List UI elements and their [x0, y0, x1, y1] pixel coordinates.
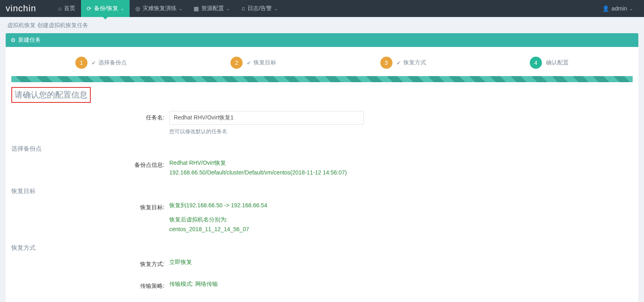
step-2-label: 恢复目标 — [254, 59, 276, 66]
step-3-number: 3 — [380, 57, 392, 69]
step-4[interactable]: 4 确认配置 — [530, 57, 569, 69]
check-icon: ✔ — [92, 60, 96, 66]
nav-log-alert[interactable]: ♫ 日志/告警 ⌄ — [235, 0, 283, 17]
point-line1: Redhat RHV/Ovirt恢复 — [169, 158, 633, 168]
confirm-heading: 请确认您的配置信息 — [11, 87, 91, 103]
jobname-hint: 您可以修改默认的任务名 — [169, 128, 633, 135]
chevron-down-icon: ⌄ — [179, 6, 182, 11]
confirm-section: 请确认您的配置信息 任务名: 您可以修改默认的任务名 选择备份点 备份点信息: … — [11, 82, 633, 295]
nav-dr-drill[interactable]: ◎ 灾难恢复演练 ⌄ — [130, 0, 188, 17]
chevron-down-icon: ⌄ — [274, 6, 277, 11]
user-menu[interactable]: 👤 admin ⌄ — [597, 0, 638, 17]
pointinfo-label: 备份点信息: — [11, 158, 169, 178]
nav-home-label: 首页 — [64, 5, 75, 12]
target-label: 恢复目标: — [11, 201, 169, 234]
panel-header: ⚙ 新建任务 — [6, 33, 638, 47]
grid-icon: ▦ — [194, 5, 199, 12]
step-1-label: 选择备份点 — [98, 59, 127, 66]
step-3-label: 恢复方式 — [403, 59, 426, 66]
target-line2: 恢复后虚拟机名分别为: — [169, 215, 633, 225]
wizard-progress-bar — [11, 76, 633, 82]
panel-title: 新建任务 — [18, 36, 41, 44]
gear-icon: ⚙ — [11, 37, 16, 43]
check-icon: ✔ — [247, 60, 251, 66]
chevron-down-icon: ⌄ — [121, 6, 124, 11]
nav-log-label: 日志/告警 — [247, 5, 272, 12]
target-line1: 恢复到192.168.66.50 -> 192.168.66.54 — [169, 201, 633, 211]
jobname-input[interactable] — [169, 111, 364, 125]
panel-body: 1 ✔ 选择备份点 2 ✔ 恢复目标 3 ✔ 恢复方式 4 确认配置 请确认您的… — [6, 47, 638, 302]
step-4-label: 确认配置 — [546, 59, 569, 66]
target-line3: centos_2018_11_12_14_56_07 — [169, 225, 633, 234]
nav-dr-label: 灾难恢复演练 — [143, 5, 177, 12]
transfer-value: 传输模式: 网络传输 — [169, 279, 633, 289]
nav-home[interactable]: ⌂ 首页 — [52, 0, 81, 17]
nav-res-label: 资源配置 — [201, 5, 224, 12]
user-icon: 👤 — [602, 5, 609, 12]
chevron-down-icon: ⌄ — [226, 6, 230, 11]
nav-backup-label: 备份/恢复 — [94, 5, 118, 12]
jobname-label: 任务名: — [11, 111, 169, 135]
main-nav: ⌂ 首页 ⟳ 备份/恢复 ⌄ ◎ 灾难恢复演练 ⌄ ▦ 资源配置 ⌄ ♫ 日志/… — [52, 0, 283, 17]
step-4-number: 4 — [530, 57, 542, 69]
top-navbar: vinchin ⌂ 首页 ⟳ 备份/恢复 ⌄ ◎ 灾难恢复演练 ⌄ ▦ 资源配置… — [0, 0, 644, 17]
nav-resource[interactable]: ▦ 资源配置 ⌄ — [188, 0, 235, 17]
step-2[interactable]: 2 ✔ 恢复目标 — [230, 57, 276, 69]
wizard-footer: ⊖ 上一步 提 交 ⊕ — [11, 295, 633, 302]
shield-icon: ◎ — [135, 5, 140, 12]
method-label: 恢复方式: — [11, 257, 169, 270]
refresh-icon: ⟳ — [87, 5, 92, 12]
breadcrumb: 虚拟机恢复 创建虚拟机恢复任务 — [0, 17, 644, 33]
user-name: admin — [612, 5, 627, 12]
section-backup-point: 选择备份点 — [11, 138, 633, 156]
nav-right: 👤 admin ⌄ — [597, 0, 638, 17]
nav-backup-restore[interactable]: ⟳ 备份/恢复 ⌄ — [81, 0, 130, 17]
method-value: 立即恢复 — [169, 257, 633, 267]
point-line2: 192.168.66.50/Default/cluster/Default/vm… — [169, 168, 633, 178]
section-restore-target: 恢复目标 — [11, 180, 633, 198]
step-2-number: 2 — [230, 57, 243, 69]
brand-logo: vinchin — [6, 3, 36, 14]
transfer-label: 传输策略: — [11, 279, 169, 292]
step-3[interactable]: 3 ✔ 恢复方式 — [380, 57, 426, 69]
main-panel: ⚙ 新建任务 1 ✔ 选择备份点 2 ✔ 恢复目标 3 ✔ 恢复方式 4 确认配… — [6, 33, 638, 302]
section-restore-method: 恢复方式 — [11, 237, 633, 255]
step-1[interactable]: 1 ✔ 选择备份点 — [75, 57, 127, 69]
wizard-steps: 1 ✔ 选择备份点 2 ✔ 恢复目标 3 ✔ 恢复方式 4 确认配置 — [11, 53, 633, 76]
bell-icon: ♫ — [241, 5, 245, 12]
check-icon: ✔ — [397, 60, 401, 66]
step-1-number: 1 — [75, 57, 87, 69]
home-icon: ⌂ — [58, 5, 61, 12]
chevron-down-icon: ⌄ — [629, 6, 633, 11]
